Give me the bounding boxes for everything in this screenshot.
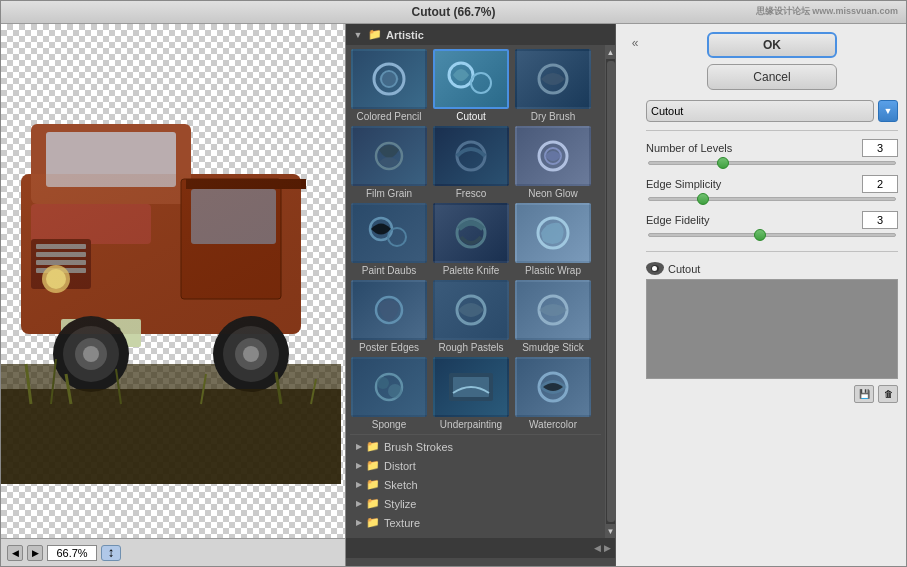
category-label-sketch: Sketch [384,479,418,491]
scroll-down-btn[interactable]: ▼ [606,524,616,538]
category-texture[interactable]: ▶ 📁 Texture [350,513,601,532]
next-nav-btn[interactable]: ▶ [27,545,43,561]
filter-name-dry-brush: Dry Brush [531,111,575,122]
filter-item-poster-edges[interactable]: Poster Edges [350,280,428,353]
svg-point-38 [471,73,491,93]
category-sketch[interactable]: ▶ 📁 Sketch [350,475,601,494]
filter-bar-icon: ◀ ▶ [594,543,611,553]
cancel-button[interactable]: Cancel [707,64,837,90]
preview-image-area: A27462 [1,24,345,538]
right-controls: OK Cancel Cutout ▼ [646,32,898,403]
filter-thumb-colored-pencil [351,49,427,109]
cat-folder-icon: 📁 [366,440,380,453]
filter-panel-header: ▼ 📁 Artistic [346,24,615,45]
filter-item-cutout[interactable]: Cutout [432,49,510,122]
scroll-up-btn[interactable]: ▲ [606,45,616,59]
filter-thumb-film-grain [351,126,427,186]
watermark: 思缘设计论坛 www.missvuan.com [756,5,898,18]
preview-status-bar: ◀ ▶ 66.7% ↕ [1,538,345,566]
filter-thumb-underpainting [433,357,509,417]
edge-simplicity-slider-track[interactable] [648,197,896,201]
filter-thumb-fresco [433,126,509,186]
filter-name-underpainting: Underpainting [440,419,502,430]
filter-item-dry-brush[interactable]: Dry Brush [514,49,592,122]
filter-name-neon-glow: Neon Glow [528,188,577,199]
preview-thumb-section: Cutout 💾 🗑 [646,262,898,403]
filter-row-4: Poster Edges Rough Pastels [350,280,601,353]
prev-nav-btn[interactable]: ◀ [7,545,23,561]
save-preset-btn[interactable]: 💾 [854,385,874,403]
edge-simplicity-value-input[interactable] [862,175,898,193]
category-brush-strokes[interactable]: ▶ 📁 Brush Strokes [350,437,601,456]
filter-item-film-grain[interactable]: Film Grain [350,126,428,199]
filter-select-arrow-btn[interactable]: ▼ [878,100,898,122]
edge-fidelity-label: Edge Fidelity [646,214,710,226]
artistic-label: Artistic [386,29,424,41]
filter-thumb-watercolor [515,357,591,417]
edge-simplicity-label: Edge Simplicity [646,178,721,190]
param-row-edge-fidelity: Edge Fidelity [646,211,898,237]
levels-slider-thumb[interactable] [717,157,729,169]
save-icon: 💾 [859,389,870,399]
filter-name-film-grain: Film Grain [366,188,412,199]
cat-folder-icon-stylize: 📁 [366,497,380,510]
filter-item-fresco[interactable]: Fresco [432,126,510,199]
filter-item-smudge-stick[interactable]: Smudge Stick [514,280,592,353]
edge-fidelity-slider-thumb[interactable] [754,229,766,241]
filter-bottom-bar: ◀ ▶ [346,538,615,558]
filter-name-palette-knife: Palette Knife [443,265,500,276]
categories-section: ▶ 📁 Brush Strokes ▶ 📁 Distort ▶ 📁 [350,434,601,534]
collapse-arrows-btn[interactable]: « [624,32,646,54]
filter-name-fresco: Fresco [456,188,487,199]
filter-thumb-plastic-wrap [515,203,591,263]
zoom-display: 66.7% [47,545,97,561]
levels-value-input[interactable] [862,139,898,157]
category-distort[interactable]: ▶ 📁 Distort [350,456,601,475]
divider-1 [646,130,898,131]
filter-thumb-smudge-stick [515,280,591,340]
edge-simplicity-slider-thumb[interactable] [697,193,709,205]
edge-fidelity-value-input[interactable] [862,211,898,229]
filter-item-rough-pastels[interactable]: Rough Pastels [432,280,510,353]
filter-row-1: Colored Pencil Cutout Dry [350,49,601,122]
filter-thumb-dry-brush [515,49,591,109]
category-arrow-stylize: ▶ [356,499,362,508]
filter-scrollbar[interactable]: ▲ ▼ [605,45,615,538]
filter-item-underpainting[interactable]: Underpainting [432,357,510,430]
svg-point-41 [457,142,485,170]
filter-select-dropdown[interactable]: Cutout [646,100,874,122]
cat-folder-icon-sketch: 📁 [366,478,380,491]
svg-rect-26 [21,174,301,334]
thumb-header: Cutout [646,262,898,275]
filter-thumb-poster-edges [351,280,427,340]
param-row-levels: Number of Levels [646,139,898,165]
filter-item-paint-daubs[interactable]: Paint Daubs [350,203,428,276]
param-label-row-edge-simplicity: Edge Simplicity [646,175,898,193]
filter-name-rough-pastels: Rough Pastels [438,342,503,353]
category-stylize[interactable]: ▶ 📁 Stylize [350,494,601,513]
filter-name-colored-pencil: Colored Pencil [356,111,421,122]
filter-item-palette-knife[interactable]: Palette Knife [432,203,510,276]
dialog-body: A27462 [1,24,906,566]
filter-item-plastic-wrap[interactable]: Plastic Wrap [514,203,592,276]
filter-name-watercolor: Watercolor [529,419,577,430]
eye-visibility-btn[interactable] [646,262,664,275]
levels-slider-track[interactable] [648,161,896,165]
param-label-row-edge-fidelity: Edge Fidelity [646,211,898,229]
filter-item-sponge[interactable]: Sponge [350,357,428,430]
scroll-thumb[interactable] [607,61,615,522]
ok-button[interactable]: OK [707,32,837,58]
delete-preset-btn[interactable]: 🗑 [878,385,898,403]
filter-thumb-sponge [351,357,427,417]
thumb-bottom-bar: 💾 🗑 [646,383,898,403]
filter-thumb-rough-pastels [433,280,509,340]
title-bar: Cutout (66.7%) 思缘设计论坛 www.missvuan.com [1,1,906,24]
filter-item-neon-glow[interactable]: Neon Glow [514,126,592,199]
edge-fidelity-slider-track[interactable] [648,233,896,237]
filter-item-watercolor[interactable]: Watercolor [514,357,592,430]
zoom-fit-btn[interactable]: ↕ [101,545,121,561]
truck-preview: A27462 [1,24,341,484]
filter-item-colored-pencil[interactable]: Colored Pencil [350,49,428,122]
thumb-label: Cutout [668,263,700,275]
artistic-collapse-btn[interactable]: ▼ [352,29,364,41]
